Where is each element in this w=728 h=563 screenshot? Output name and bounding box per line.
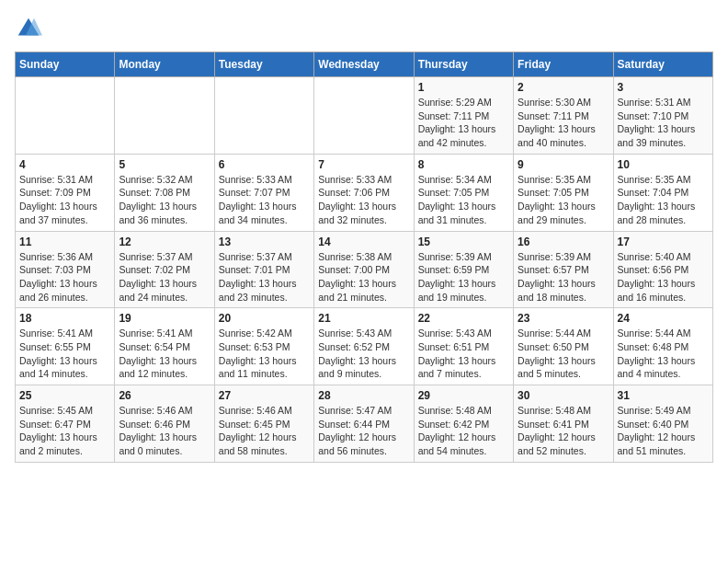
day-info: Sunrise: 5:35 AM Sunset: 7:05 PM Dayligh… bbox=[518, 173, 609, 227]
day-number: 27 bbox=[219, 389, 310, 402]
day-info: Sunrise: 5:47 AM Sunset: 6:44 PM Dayligh… bbox=[318, 404, 409, 458]
day-number: 2 bbox=[518, 81, 609, 94]
header-cell-tuesday: Tuesday bbox=[214, 52, 313, 77]
week-row-1: 1Sunrise: 5:29 AM Sunset: 7:11 PM Daylig… bbox=[16, 77, 713, 155]
page-header bbox=[15, 15, 713, 42]
day-number: 23 bbox=[518, 312, 609, 325]
day-number: 29 bbox=[418, 389, 509, 402]
day-number: 11 bbox=[19, 236, 110, 248]
day-info: Sunrise: 5:44 AM Sunset: 6:50 PM Dayligh… bbox=[518, 327, 609, 381]
header-cell-wednesday: Wednesday bbox=[314, 52, 414, 77]
calendar-cell: 16Sunrise: 5:39 AM Sunset: 6:57 PM Dayli… bbox=[514, 231, 613, 308]
day-info: Sunrise: 5:31 AM Sunset: 7:10 PM Dayligh… bbox=[618, 96, 709, 150]
calendar-cell bbox=[214, 77, 313, 155]
calendar-cell: 19Sunrise: 5:41 AM Sunset: 6:54 PM Dayli… bbox=[115, 308, 214, 385]
day-info: Sunrise: 5:48 AM Sunset: 6:41 PM Dayligh… bbox=[518, 404, 609, 458]
day-number: 18 bbox=[19, 312, 110, 325]
calendar-cell: 25Sunrise: 5:45 AM Sunset: 6:47 PM Dayli… bbox=[16, 385, 115, 463]
week-row-2: 4Sunrise: 5:31 AM Sunset: 7:09 PM Daylig… bbox=[16, 154, 713, 231]
day-number: 8 bbox=[418, 158, 509, 171]
day-number: 6 bbox=[219, 158, 310, 171]
header-cell-saturday: Saturday bbox=[613, 52, 712, 77]
header-cell-sunday: Sunday bbox=[16, 52, 115, 77]
calendar-cell: 30Sunrise: 5:48 AM Sunset: 6:41 PM Dayli… bbox=[514, 385, 613, 463]
day-number: 28 bbox=[318, 389, 409, 402]
day-info: Sunrise: 5:41 AM Sunset: 6:54 PM Dayligh… bbox=[119, 327, 210, 381]
header-cell-friday: Friday bbox=[514, 52, 613, 77]
calendar-cell bbox=[314, 77, 414, 155]
calendar-cell: 15Sunrise: 5:39 AM Sunset: 6:59 PM Dayli… bbox=[414, 231, 513, 308]
day-info: Sunrise: 5:40 AM Sunset: 6:56 PM Dayligh… bbox=[618, 250, 709, 304]
header-cell-thursday: Thursday bbox=[414, 52, 513, 77]
calendar-cell: 3Sunrise: 5:31 AM Sunset: 7:10 PM Daylig… bbox=[613, 77, 712, 155]
day-number: 26 bbox=[119, 389, 210, 402]
day-number: 22 bbox=[418, 312, 509, 325]
day-info: Sunrise: 5:42 AM Sunset: 6:53 PM Dayligh… bbox=[219, 327, 310, 381]
day-number: 20 bbox=[219, 312, 310, 325]
day-info: Sunrise: 5:38 AM Sunset: 7:00 PM Dayligh… bbox=[318, 250, 409, 304]
calendar-body: 1Sunrise: 5:29 AM Sunset: 7:11 PM Daylig… bbox=[16, 77, 713, 463]
calendar-header: SundayMondayTuesdayWednesdayThursdayFrid… bbox=[16, 52, 713, 77]
calendar-cell: 5Sunrise: 5:32 AM Sunset: 7:08 PM Daylig… bbox=[115, 154, 214, 231]
day-number: 25 bbox=[19, 389, 110, 402]
day-info: Sunrise: 5:35 AM Sunset: 7:04 PM Dayligh… bbox=[618, 173, 709, 227]
day-number: 14 bbox=[318, 236, 409, 248]
day-info: Sunrise: 5:49 AM Sunset: 6:40 PM Dayligh… bbox=[618, 404, 709, 458]
day-info: Sunrise: 5:33 AM Sunset: 7:06 PM Dayligh… bbox=[318, 173, 409, 227]
day-info: Sunrise: 5:48 AM Sunset: 6:42 PM Dayligh… bbox=[418, 404, 509, 458]
calendar-cell: 6Sunrise: 5:33 AM Sunset: 7:07 PM Daylig… bbox=[214, 154, 313, 231]
day-number: 12 bbox=[119, 236, 210, 248]
week-row-5: 25Sunrise: 5:45 AM Sunset: 6:47 PM Dayli… bbox=[16, 385, 713, 463]
calendar-cell: 22Sunrise: 5:43 AM Sunset: 6:51 PM Dayli… bbox=[414, 308, 513, 385]
calendar-cell: 9Sunrise: 5:35 AM Sunset: 7:05 PM Daylig… bbox=[514, 154, 613, 231]
calendar-cell: 1Sunrise: 5:29 AM Sunset: 7:11 PM Daylig… bbox=[414, 77, 513, 155]
calendar-cell bbox=[16, 77, 115, 155]
header-cell-monday: Monday bbox=[115, 52, 214, 77]
day-info: Sunrise: 5:29 AM Sunset: 7:11 PM Dayligh… bbox=[418, 96, 509, 150]
calendar-cell: 26Sunrise: 5:46 AM Sunset: 6:46 PM Dayli… bbox=[115, 385, 214, 463]
week-row-4: 18Sunrise: 5:41 AM Sunset: 6:55 PM Dayli… bbox=[16, 308, 713, 385]
day-info: Sunrise: 5:30 AM Sunset: 7:11 PM Dayligh… bbox=[518, 96, 609, 150]
day-info: Sunrise: 5:37 AM Sunset: 7:01 PM Dayligh… bbox=[219, 250, 310, 304]
day-info: Sunrise: 5:45 AM Sunset: 6:47 PM Dayligh… bbox=[19, 404, 110, 458]
day-number: 19 bbox=[119, 312, 210, 325]
calendar-cell: 14Sunrise: 5:38 AM Sunset: 7:00 PM Dayli… bbox=[314, 231, 414, 308]
calendar-cell: 2Sunrise: 5:30 AM Sunset: 7:11 PM Daylig… bbox=[514, 77, 613, 155]
calendar-cell bbox=[115, 77, 214, 155]
day-number: 7 bbox=[318, 158, 409, 171]
calendar-cell: 27Sunrise: 5:46 AM Sunset: 6:45 PM Dayli… bbox=[214, 385, 313, 463]
day-number: 4 bbox=[19, 158, 110, 171]
day-info: Sunrise: 5:39 AM Sunset: 6:59 PM Dayligh… bbox=[418, 250, 509, 304]
calendar-cell: 31Sunrise: 5:49 AM Sunset: 6:40 PM Dayli… bbox=[613, 385, 712, 463]
day-info: Sunrise: 5:44 AM Sunset: 6:48 PM Dayligh… bbox=[618, 327, 709, 381]
day-info: Sunrise: 5:46 AM Sunset: 6:45 PM Dayligh… bbox=[219, 404, 310, 458]
day-number: 24 bbox=[618, 312, 709, 325]
day-info: Sunrise: 5:34 AM Sunset: 7:05 PM Dayligh… bbox=[418, 173, 509, 227]
calendar-cell: 17Sunrise: 5:40 AM Sunset: 6:56 PM Dayli… bbox=[613, 231, 712, 308]
day-info: Sunrise: 5:46 AM Sunset: 6:46 PM Dayligh… bbox=[119, 404, 210, 458]
day-number: 21 bbox=[318, 312, 409, 325]
day-number: 16 bbox=[518, 236, 609, 248]
calendar-cell: 10Sunrise: 5:35 AM Sunset: 7:04 PM Dayli… bbox=[613, 154, 712, 231]
day-info: Sunrise: 5:39 AM Sunset: 6:57 PM Dayligh… bbox=[518, 250, 609, 304]
calendar-cell: 11Sunrise: 5:36 AM Sunset: 7:03 PM Dayli… bbox=[16, 231, 115, 308]
day-number: 5 bbox=[119, 158, 210, 171]
day-info: Sunrise: 5:36 AM Sunset: 7:03 PM Dayligh… bbox=[19, 250, 110, 304]
calendar-cell: 21Sunrise: 5:43 AM Sunset: 6:52 PM Dayli… bbox=[314, 308, 414, 385]
calendar-cell: 23Sunrise: 5:44 AM Sunset: 6:50 PM Dayli… bbox=[514, 308, 613, 385]
calendar-table: SundayMondayTuesdayWednesdayThursdayFrid… bbox=[15, 52, 713, 463]
day-number: 30 bbox=[518, 389, 609, 402]
day-number: 3 bbox=[618, 81, 709, 94]
calendar-cell: 13Sunrise: 5:37 AM Sunset: 7:01 PM Dayli… bbox=[214, 231, 313, 308]
logo bbox=[15, 15, 46, 42]
calendar-cell: 7Sunrise: 5:33 AM Sunset: 7:06 PM Daylig… bbox=[314, 154, 414, 231]
day-number: 1 bbox=[418, 81, 509, 94]
header-row: SundayMondayTuesdayWednesdayThursdayFrid… bbox=[16, 52, 713, 77]
calendar-cell: 20Sunrise: 5:42 AM Sunset: 6:53 PM Dayli… bbox=[214, 308, 313, 385]
calendar-cell: 24Sunrise: 5:44 AM Sunset: 6:48 PM Dayli… bbox=[613, 308, 712, 385]
calendar-cell: 18Sunrise: 5:41 AM Sunset: 6:55 PM Dayli… bbox=[16, 308, 115, 385]
logo-icon bbox=[15, 15, 42, 42]
day-number: 10 bbox=[618, 158, 709, 171]
day-number: 13 bbox=[219, 236, 310, 248]
calendar-cell: 28Sunrise: 5:47 AM Sunset: 6:44 PM Dayli… bbox=[314, 385, 414, 463]
